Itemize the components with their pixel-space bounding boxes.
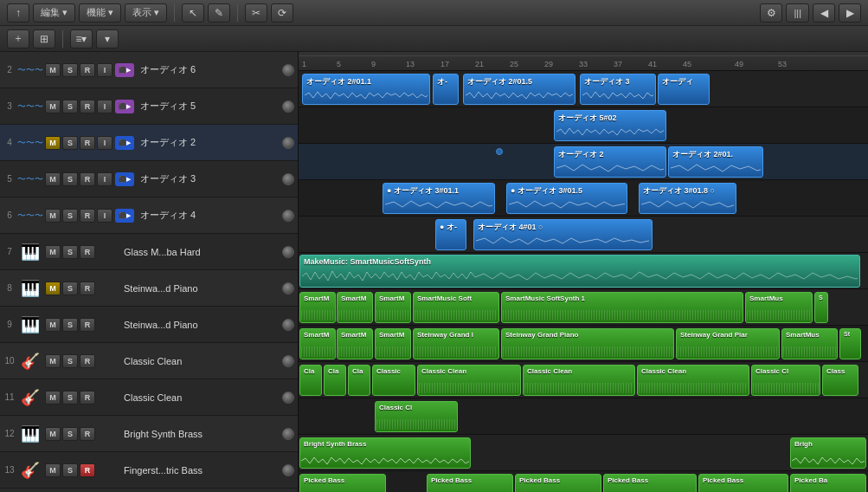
clip[interactable]: Classic Clean [523, 365, 635, 396]
volume-knob[interactable] [282, 319, 294, 331]
clip[interactable]: SmartM [337, 292, 373, 323]
tool-loop[interactable]: ⟳ [271, 3, 293, 23]
add-track-button[interactable]: ＋ [7, 29, 29, 49]
clip[interactable]: オーディオ 2 [554, 146, 666, 178]
input-button[interactable]: I [97, 209, 113, 223]
clip[interactable]: Classic [372, 365, 415, 396]
clip[interactable]: Steinway Grand Piano [501, 328, 674, 359]
volume-knob[interactable] [282, 64, 294, 76]
mute-button[interactable]: M [45, 172, 61, 186]
volume-knob[interactable] [282, 355, 294, 367]
record-button[interactable]: R [80, 63, 95, 77]
tool-scissors[interactable]: ✂ [245, 3, 267, 23]
volume-knob[interactable] [282, 428, 294, 440]
clip[interactable]: SmartMusic Soft [413, 292, 499, 323]
tool-pencil[interactable]: ✎ [208, 3, 230, 23]
clip-picked-bass-5[interactable]: Picked Bass [698, 474, 788, 492]
volume-knob[interactable] [282, 282, 294, 295]
clip[interactable]: Classic Cl [751, 365, 820, 396]
clip[interactable]: St [839, 328, 861, 359]
clip[interactable]: SmartMus [745, 292, 813, 323]
clip[interactable]: Cla [348, 365, 370, 396]
record-button[interactable]: R [80, 354, 95, 368]
clip[interactable]: Cla [299, 365, 322, 396]
clip[interactable]: SmartM [299, 292, 336, 323]
volume-knob[interactable] [282, 210, 294, 222]
add-folder-button[interactable]: ⊞ [33, 29, 55, 49]
nav-right[interactable]: ▶ [839, 3, 861, 23]
clip[interactable]: Steinway Grand I [413, 328, 499, 359]
clip[interactable]: オーディオ 2#01.1 [302, 74, 430, 105]
record-button[interactable]: R [80, 391, 95, 405]
clip[interactable]: SmartM [375, 292, 411, 323]
clip[interactable]: オーディオ 3#01.8 ○ [639, 183, 736, 214]
volume-knob[interactable] [282, 392, 294, 404]
mute-button[interactable]: M [45, 463, 61, 477]
clip[interactable]: オーディ [658, 74, 710, 105]
meter-button[interactable]: ||| [786, 3, 809, 23]
record-button[interactable]: R [80, 172, 95, 186]
mute-button[interactable]: M [45, 354, 61, 368]
input-button[interactable]: I [97, 172, 113, 186]
record-button[interactable]: R [80, 100, 95, 113]
back-button[interactable]: ↑ [7, 3, 29, 23]
nav-left[interactable]: ◀ [813, 3, 835, 23]
mute-button[interactable]: M [45, 391, 61, 405]
input-button[interactable]: I [97, 136, 113, 150]
function-menu[interactable]: 機能 ▾ [79, 3, 121, 23]
clip[interactable]: オーディオ 4#01 ○ [473, 219, 653, 250]
clip-bright-synth-brass[interactable]: Bright Synth Brass [299, 437, 471, 469]
clip[interactable]: オーディオ 2#01. [668, 146, 763, 178]
record-button[interactable]: R [80, 245, 95, 259]
clip[interactable]: オーディオ 2#01.5 [463, 74, 575, 105]
clip-picked-bass-1[interactable]: Picked Bass [299, 474, 386, 492]
filter-button[interactable]: ≡▾ [70, 29, 93, 49]
clip[interactable]: S [814, 292, 828, 323]
mute-button[interactable]: M [45, 427, 61, 441]
settings-button[interactable]: ⚙ [760, 3, 782, 23]
clip[interactable]: SmartM [299, 328, 336, 359]
mute-button[interactable]: M [45, 136, 61, 150]
input-button[interactable]: I [97, 100, 113, 113]
volume-knob[interactable] [282, 173, 294, 185]
clip[interactable]: Classic Clean [637, 365, 749, 396]
clip[interactable]: オ- [433, 74, 459, 105]
clip[interactable]: Class [822, 365, 858, 396]
solo-button[interactable]: S [62, 354, 78, 368]
mute-button[interactable]: M [45, 282, 61, 295]
clip-picked-bass-2[interactable]: Picked Bass [427, 474, 513, 492]
view-menu[interactable]: 表示 ▾ [125, 3, 167, 23]
clip[interactable]: SmartM [337, 328, 373, 359]
record-button[interactable]: R [80, 209, 95, 223]
clip[interactable]: オーディオ 3 [580, 74, 656, 105]
clip[interactable]: Classic Cl [375, 401, 458, 432]
clip[interactable]: MakeMusic: SmartMusicSoftSynth [299, 255, 860, 288]
list-button[interactable]: ▾ [96, 29, 119, 49]
record-button[interactable]: R [80, 136, 95, 150]
volume-knob[interactable] [282, 137, 294, 149]
solo-button[interactable]: S [62, 136, 78, 150]
clip-picked-bass-6[interactable]: Picked Ba [790, 474, 866, 492]
solo-button[interactable]: S [62, 463, 78, 477]
clip[interactable]: SmartMusic SoftSynth 1 [501, 292, 743, 323]
clip[interactable]: Steinway Grand Piar [676, 328, 780, 359]
clip[interactable]: Classic Clean [417, 365, 521, 396]
solo-button[interactable]: S [62, 245, 78, 259]
clip[interactable]: ● オーディオ 3#01.1 [383, 183, 495, 214]
solo-button[interactable]: S [62, 63, 78, 77]
mute-button[interactable]: M [45, 245, 61, 259]
volume-knob[interactable] [282, 100, 294, 113]
record-button[interactable]: R [80, 282, 95, 295]
solo-button[interactable]: S [62, 282, 78, 295]
clip-picked-bass-4[interactable]: Picked Bass [603, 474, 697, 492]
volume-knob[interactable] [282, 246, 294, 258]
solo-button[interactable]: S [62, 427, 78, 441]
solo-button[interactable]: S [62, 172, 78, 186]
mute-button[interactable]: M [45, 100, 61, 113]
tool-pointer[interactable]: ↖ [182, 3, 204, 23]
record-button[interactable]: R [80, 318, 95, 332]
volume-knob[interactable] [282, 464, 294, 476]
solo-button[interactable]: S [62, 209, 78, 223]
record-button[interactable]: R [80, 463, 95, 477]
solo-button[interactable]: S [62, 318, 78, 332]
